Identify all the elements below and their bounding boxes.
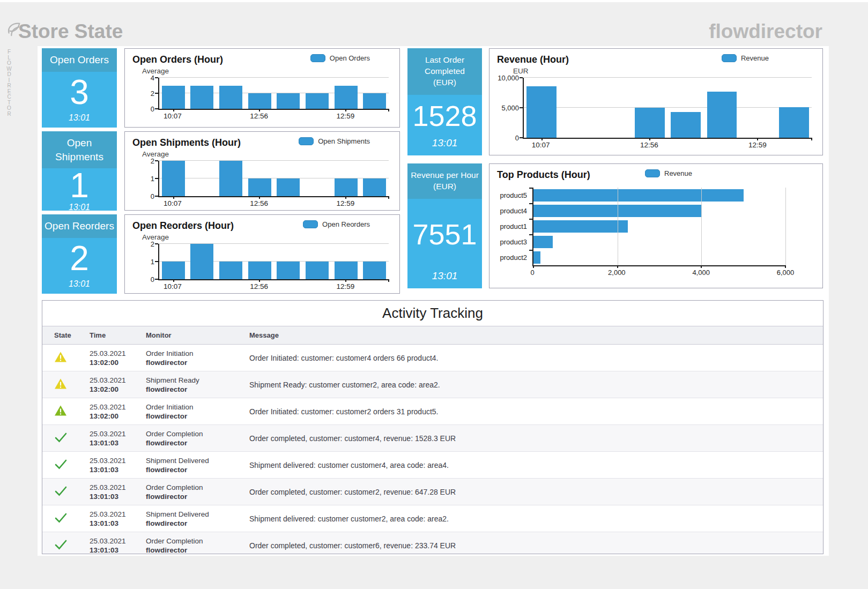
chart-panel-open-shipments-hour: Open Shipments (Hour) Open Shipments Ave…: [124, 131, 400, 211]
monitor-name: Order Completion: [146, 430, 239, 438]
legend-swatch: [645, 169, 660, 177]
dashboard-grid: Open Orders 3 13:01 Open Orders (Hour) O…: [42, 48, 829, 294]
chart-legend[interactable]: Open Shipments: [299, 137, 370, 145]
table-row[interactable]: 25.03.202113:02:00Order Initiationflowdi…: [42, 398, 823, 425]
time-cell: 25.03.202113:01:03: [84, 479, 140, 505]
message-cell: Order completed, customer: customer6, re…: [244, 532, 823, 555]
chart-legend[interactable]: Open Orders: [310, 54, 370, 62]
bar-slot: [218, 244, 243, 279]
bar-slot: [525, 78, 558, 138]
bar-slot: [190, 244, 215, 279]
y-tick: [529, 188, 532, 189]
check-icon: [54, 459, 68, 469]
table-row[interactable]: 25.03.202113:01:03Shipment Deliveredflow…: [42, 505, 823, 532]
success-triangle-icon: [54, 405, 67, 416]
x-tick-label: 12:56: [250, 112, 268, 120]
kpi-title: Revenue per Hour (EUR): [407, 163, 482, 199]
bar: [248, 178, 271, 196]
chart-plot-area: product5product4product1product3product2: [497, 188, 785, 266]
x-tick-label: 12:56: [250, 199, 268, 207]
kpi-value: 3: [42, 72, 117, 113]
kpi-title: Last Order Completed (EUR): [407, 48, 482, 95]
dashboard-left-column: Open Orders 3 13:01 Open Orders (Hour) O…: [42, 48, 400, 294]
message-cell: Order Initiated: customer: customer4 ord…: [244, 345, 823, 371]
bar: [779, 107, 808, 138]
y-tick-label: 5,000: [501, 104, 519, 112]
table-header-row: State Time Monitor Message: [42, 326, 823, 345]
chart-plot-area: 024: [158, 78, 389, 110]
y-tick: [520, 77, 523, 78]
legend-swatch: [303, 220, 318, 228]
chart-legend[interactable]: Open Reorders: [303, 220, 370, 228]
table-row[interactable]: 25.03.202113:01:03Order Completionflowdi…: [42, 532, 823, 555]
y-axis-label: Average: [142, 233, 392, 242]
state-cell: [42, 505, 84, 532]
monitor-cell: Shipment Deliveredflowdirector: [140, 505, 244, 532]
time-cell: 25.03.202113:02:00: [84, 371, 140, 398]
message-cell: Order Initiated: customer: customer2 ord…: [244, 398, 823, 425]
bar-slot: [161, 78, 186, 109]
bar-row: [533, 219, 785, 234]
category-label: product3: [497, 234, 532, 250]
page-header: Store State flowdirector: [0, 2, 868, 46]
check-icon: [54, 486, 68, 496]
monitor-agent: flowdirector: [146, 519, 239, 527]
table-row[interactable]: 25.03.202113:01:03Order Completionflowdi…: [42, 479, 823, 505]
table-row[interactable]: 25.03.202113:02:00Shipment Readyflowdire…: [42, 371, 823, 398]
bar-slot: [161, 244, 186, 279]
chart-legend[interactable]: Revenue: [645, 169, 692, 177]
time-cell: 25.03.202113:01:03: [84, 425, 140, 452]
bar: [162, 161, 185, 196]
bar-chart-top-products: product5product4product1product3product2…: [497, 188, 815, 276]
bar-slot: [247, 161, 272, 196]
bar: [335, 262, 358, 279]
y-tick: [155, 77, 158, 78]
event-time: 13:02:00: [90, 385, 135, 393]
monitor-agent: flowdirector: [146, 493, 239, 501]
column-header-time: Time: [84, 326, 140, 345]
x-tick-label: 10:07: [532, 141, 550, 149]
table-row[interactable]: 25.03.202113:01:03Order Completionflowdi…: [42, 425, 823, 452]
gridline: [618, 188, 618, 265]
y-tick: [529, 250, 532, 251]
legend-label: Open Orders: [330, 54, 370, 62]
gridline: [701, 188, 702, 265]
plot: 05,00010,000: [523, 78, 812, 139]
monitor-name: Shipment Delivered: [146, 457, 239, 465]
legend-swatch: [299, 137, 314, 145]
bar-slot: [634, 78, 666, 138]
bar: [248, 262, 271, 279]
event-date: 25.03.2021: [90, 457, 135, 465]
bar: [277, 93, 300, 109]
bar: [306, 93, 329, 109]
bar-slot: [247, 78, 272, 109]
x-tick-label: 12:56: [250, 282, 268, 290]
monitor-cell: Shipment Readyflowdirector: [140, 371, 244, 398]
y-tick-label: 0: [151, 275, 154, 284]
event-time: 13:02:00: [90, 412, 135, 420]
activity-title: Activity Tracking: [42, 301, 823, 326]
monitor-name: Order Initiation: [146, 403, 239, 411]
event-time: 13:01:03: [90, 519, 135, 527]
dashboard-right-column: Last Order Completed (EUR) 1528 13:01 Re…: [407, 48, 823, 294]
kpi-timestamp: 13:01: [407, 270, 482, 288]
y-tick-label: 0: [151, 192, 154, 200]
bar: [335, 178, 358, 196]
bar-row: [533, 203, 785, 219]
bar-chart-revenue: 05,00010,00010:0712:5612:59: [497, 78, 815, 148]
bar: [363, 262, 386, 279]
bar: [635, 108, 664, 138]
table-row[interactable]: 25.03.202113:02:00Order Initiationflowdi…: [42, 345, 823, 371]
state-cell: [42, 371, 84, 398]
kpi-tile-last-order-completed: Last Order Completed (EUR) 1528 13:01: [407, 48, 482, 155]
event-time: 13:01:03: [90, 439, 135, 447]
chart-legend[interactable]: Revenue: [722, 54, 769, 62]
legend-label: Revenue: [664, 169, 692, 177]
bar: [533, 236, 553, 248]
bar: [277, 178, 300, 196]
bar: [363, 93, 386, 109]
category-labels: product5product4product1product3product2: [497, 188, 532, 266]
bar: [363, 178, 386, 196]
table-row[interactable]: 25.03.202113:01:03Shipment Deliveredflow…: [42, 452, 823, 479]
legend-label: Open Reorders: [322, 220, 370, 228]
